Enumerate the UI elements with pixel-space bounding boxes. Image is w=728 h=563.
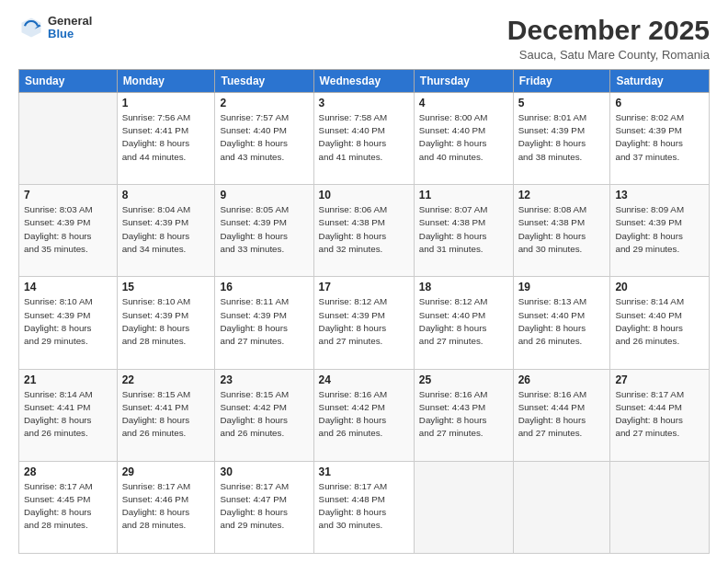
day-number: 15: [122, 281, 210, 293]
calendar-cell: 12Sunrise: 8:08 AM Sunset: 4:38 PM Dayli…: [513, 185, 610, 277]
weekday-header-monday: Monday: [117, 70, 215, 93]
day-info: Sunrise: 8:01 AM Sunset: 4:39 PM Dayligh…: [518, 111, 606, 164]
day-info: Sunrise: 8:09 AM Sunset: 4:39 PM Dayligh…: [615, 203, 704, 256]
calendar-cell: 21Sunrise: 8:14 AM Sunset: 4:41 PM Dayli…: [19, 369, 118, 461]
calendar-cell: 23Sunrise: 8:15 AM Sunset: 4:42 PM Dayli…: [215, 369, 313, 461]
header: General Blue December 2025 Sauca, Satu M…: [18, 15, 710, 62]
day-number: 29: [122, 465, 210, 478]
day-number: 19: [518, 281, 606, 293]
calendar-cell: [513, 461, 610, 553]
day-number: 2: [220, 97, 308, 109]
day-info: Sunrise: 8:13 AM Sunset: 4:40 PM Dayligh…: [518, 295, 606, 348]
day-number: 1: [122, 97, 210, 109]
day-info: Sunrise: 8:17 AM Sunset: 4:48 PM Dayligh…: [319, 480, 409, 533]
day-info: Sunrise: 8:07 AM Sunset: 4:38 PM Dayligh…: [419, 203, 508, 256]
calendar-week-row: 21Sunrise: 8:14 AM Sunset: 4:41 PM Dayli…: [19, 369, 710, 461]
weekday-header-row: SundayMondayTuesdayWednesdayThursdayFrid…: [19, 70, 710, 93]
location-subtitle: Sauca, Satu Mare County, Romania: [507, 48, 710, 62]
day-number: 17: [319, 281, 409, 293]
calendar-cell: [610, 461, 710, 553]
title-section: December 2025 Sauca, Satu Mare County, R…: [507, 15, 710, 62]
day-info: Sunrise: 7:56 AM Sunset: 4:41 PM Dayligh…: [122, 111, 210, 164]
day-number: 26: [518, 373, 606, 386]
day-number: 13: [615, 189, 704, 201]
logo-text: General Blue: [48, 15, 92, 41]
day-info: Sunrise: 8:12 AM Sunset: 4:40 PM Dayligh…: [419, 295, 508, 348]
weekday-header-thursday: Thursday: [414, 70, 513, 93]
day-info: Sunrise: 8:11 AM Sunset: 4:39 PM Dayligh…: [220, 295, 308, 348]
day-info: Sunrise: 8:00 AM Sunset: 4:40 PM Dayligh…: [419, 111, 508, 164]
calendar-cell: 16Sunrise: 8:11 AM Sunset: 4:39 PM Dayli…: [215, 277, 313, 369]
day-info: Sunrise: 8:10 AM Sunset: 4:39 PM Dayligh…: [122, 295, 210, 348]
calendar-cell: 10Sunrise: 8:06 AM Sunset: 4:38 PM Dayli…: [313, 185, 414, 277]
day-info: Sunrise: 8:04 AM Sunset: 4:39 PM Dayligh…: [122, 203, 210, 256]
day-number: 8: [122, 189, 210, 201]
weekday-header-friday: Friday: [513, 70, 610, 93]
day-number: 6: [615, 97, 704, 109]
calendar-cell: 29Sunrise: 8:17 AM Sunset: 4:46 PM Dayli…: [117, 461, 215, 553]
calendar-cell: 18Sunrise: 8:12 AM Sunset: 4:40 PM Dayli…: [414, 277, 513, 369]
logo-blue: Blue: [48, 28, 92, 40]
day-info: Sunrise: 8:17 AM Sunset: 4:46 PM Dayligh…: [122, 480, 210, 533]
calendar-cell: 28Sunrise: 8:17 AM Sunset: 4:45 PM Dayli…: [19, 461, 118, 553]
calendar-cell: 5Sunrise: 8:01 AM Sunset: 4:39 PM Daylig…: [513, 93, 610, 185]
weekday-header-saturday: Saturday: [610, 70, 710, 93]
calendar-cell: 3Sunrise: 7:58 AM Sunset: 4:40 PM Daylig…: [313, 93, 414, 185]
day-info: Sunrise: 8:10 AM Sunset: 4:39 PM Dayligh…: [24, 295, 112, 348]
weekday-header-tuesday: Tuesday: [215, 70, 313, 93]
calendar-cell: 4Sunrise: 8:00 AM Sunset: 4:40 PM Daylig…: [414, 93, 513, 185]
day-info: Sunrise: 8:15 AM Sunset: 4:41 PM Dayligh…: [122, 388, 210, 441]
calendar-cell: 14Sunrise: 8:10 AM Sunset: 4:39 PM Dayli…: [19, 277, 118, 369]
page: General Blue December 2025 Sauca, Satu M…: [0, 0, 728, 563]
calendar-week-row: 28Sunrise: 8:17 AM Sunset: 4:45 PM Dayli…: [19, 461, 710, 553]
day-info: Sunrise: 7:58 AM Sunset: 4:40 PM Dayligh…: [319, 111, 409, 164]
weekday-header-wednesday: Wednesday: [313, 70, 414, 93]
calendar-cell: 22Sunrise: 8:15 AM Sunset: 4:41 PM Dayli…: [117, 369, 215, 461]
day-info: Sunrise: 8:05 AM Sunset: 4:39 PM Dayligh…: [220, 203, 308, 256]
day-info: Sunrise: 8:16 AM Sunset: 4:43 PM Dayligh…: [419, 388, 508, 441]
day-number: 14: [24, 281, 112, 293]
day-info: Sunrise: 8:02 AM Sunset: 4:39 PM Dayligh…: [615, 111, 704, 164]
calendar-table: SundayMondayTuesdayWednesdayThursdayFrid…: [18, 69, 710, 554]
logo-general: General: [48, 15, 92, 28]
day-number: 27: [615, 373, 704, 386]
day-info: Sunrise: 8:14 AM Sunset: 4:40 PM Dayligh…: [615, 295, 704, 348]
day-number: 11: [419, 189, 508, 201]
day-info: Sunrise: 8:08 AM Sunset: 4:38 PM Dayligh…: [518, 203, 606, 256]
day-number: 18: [419, 281, 508, 293]
day-number: 3: [319, 97, 409, 109]
calendar-cell: 25Sunrise: 8:16 AM Sunset: 4:43 PM Dayli…: [414, 369, 513, 461]
calendar-week-row: 1Sunrise: 7:56 AM Sunset: 4:41 PM Daylig…: [19, 93, 710, 185]
day-number: 10: [319, 189, 409, 201]
day-info: Sunrise: 7:57 AM Sunset: 4:40 PM Dayligh…: [220, 111, 308, 164]
day-number: 28: [24, 465, 112, 478]
calendar-cell: 20Sunrise: 8:14 AM Sunset: 4:40 PM Dayli…: [610, 277, 710, 369]
day-info: Sunrise: 8:14 AM Sunset: 4:41 PM Dayligh…: [24, 388, 112, 441]
day-number: 12: [518, 189, 606, 201]
calendar-cell: 17Sunrise: 8:12 AM Sunset: 4:39 PM Dayli…: [313, 277, 414, 369]
calendar-cell: [19, 93, 118, 185]
day-number: 31: [319, 465, 409, 478]
calendar-week-row: 14Sunrise: 8:10 AM Sunset: 4:39 PM Dayli…: [19, 277, 710, 369]
day-info: Sunrise: 8:06 AM Sunset: 4:38 PM Dayligh…: [319, 203, 409, 256]
day-number: 20: [615, 281, 704, 293]
day-info: Sunrise: 8:17 AM Sunset: 4:45 PM Dayligh…: [24, 480, 112, 533]
calendar-cell: 8Sunrise: 8:04 AM Sunset: 4:39 PM Daylig…: [117, 185, 215, 277]
day-info: Sunrise: 8:15 AM Sunset: 4:42 PM Dayligh…: [220, 388, 308, 441]
calendar-cell: 26Sunrise: 8:16 AM Sunset: 4:44 PM Dayli…: [513, 369, 610, 461]
calendar-cell: 30Sunrise: 8:17 AM Sunset: 4:47 PM Dayli…: [215, 461, 313, 553]
calendar-cell: [414, 461, 513, 553]
day-number: 24: [319, 373, 409, 386]
day-number: 5: [518, 97, 606, 109]
calendar-cell: 24Sunrise: 8:16 AM Sunset: 4:42 PM Dayli…: [313, 369, 414, 461]
day-info: Sunrise: 8:12 AM Sunset: 4:39 PM Dayligh…: [319, 295, 409, 348]
day-number: 21: [24, 373, 112, 386]
day-number: 23: [220, 373, 308, 386]
day-number: 16: [220, 281, 308, 293]
day-number: 4: [419, 97, 508, 109]
calendar-week-row: 7Sunrise: 8:03 AM Sunset: 4:39 PM Daylig…: [19, 185, 710, 277]
calendar-cell: 27Sunrise: 8:17 AM Sunset: 4:44 PM Dayli…: [610, 369, 710, 461]
calendar-cell: 11Sunrise: 8:07 AM Sunset: 4:38 PM Dayli…: [414, 185, 513, 277]
calendar-cell: 6Sunrise: 8:02 AM Sunset: 4:39 PM Daylig…: [610, 93, 710, 185]
day-number: 9: [220, 189, 308, 201]
